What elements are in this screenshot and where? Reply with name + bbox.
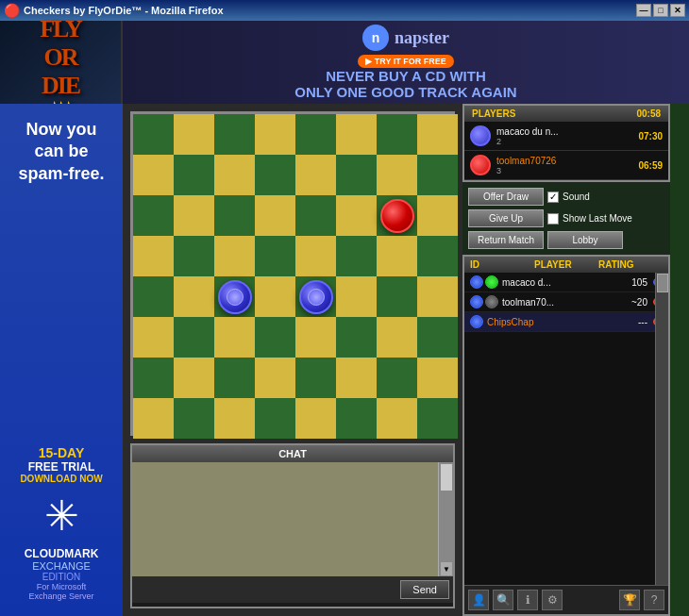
online-header: ID PLAYER RATING	[464, 257, 668, 273]
top-banner: FLY OR DIE ★ ★ ★ n napster ▶ TRY IT FOR …	[0, 21, 689, 104]
scrollbar-thumb[interactable]	[440, 463, 453, 491]
give-up-button[interactable]: Give Up	[468, 209, 544, 227]
players-header: PLAYERS 00:58	[464, 106, 668, 122]
board-cell	[295, 195, 336, 236]
board-cell	[295, 276, 336, 317]
scroll-down-arrow[interactable]: ▼	[440, 561, 453, 576]
snowflake-icon: ✳	[20, 491, 102, 540]
controls-row-3: Return Match Lobby	[468, 231, 664, 249]
board-cell	[377, 155, 417, 195]
icon-help[interactable]: ?	[644, 590, 664, 610]
online-icons-1	[470, 275, 498, 289]
napster-try[interactable]: ▶ TRY IT FOR FREE	[358, 55, 454, 68]
title-bar: 🔴 Checkers by FlyOrDie™ - Mozilla Firefo…	[0, 0, 689, 21]
board-cell	[377, 195, 417, 236]
board-cell	[255, 317, 295, 358]
board-cell	[377, 236, 417, 276]
checkers-board	[130, 111, 455, 436]
board-cell	[174, 317, 214, 358]
scrollbar-thumb-online[interactable]	[657, 274, 668, 292]
board-cell	[377, 358, 417, 398]
icon-person[interactable]: 👤	[468, 590, 489, 610]
icon-trophy[interactable]: 🏆	[619, 590, 640, 610]
board-cell	[133, 236, 174, 276]
online-row-2: toolman70... ~20	[464, 292, 668, 312]
maximize-button[interactable]: □	[653, 4, 668, 17]
chat-scrollbar[interactable]: ▼	[438, 462, 453, 576]
icon-search[interactable]: 🔍	[493, 590, 513, 610]
game-piece	[380, 199, 414, 233]
chat-area: CHAT ▼ Send	[130, 443, 455, 608]
chat-messages: ▼	[132, 462, 453, 576]
icon-green-1	[485, 275, 498, 289]
board-cell	[255, 236, 295, 276]
return-match-button[interactable]: Return Match	[468, 231, 544, 249]
board-cell	[214, 114, 255, 155]
controls-section: Offer Draw ✓ Sound Give Up Show Last Mov…	[462, 182, 670, 255]
board-cell	[255, 195, 295, 236]
show-last-move-checkbox[interactable]	[547, 213, 559, 225]
board-cell	[336, 358, 377, 398]
board-cell	[214, 195, 255, 236]
chat-input-row: Send	[132, 576, 453, 603]
close-button[interactable]: ✕	[670, 4, 685, 17]
board-cell	[295, 236, 336, 276]
board-cell	[174, 155, 214, 195]
board-cell	[417, 236, 458, 276]
board-cell	[133, 358, 174, 398]
icon-gray-2	[485, 295, 498, 308]
offer-draw-button[interactable]: Offer Draw	[468, 188, 544, 206]
board-cell	[133, 195, 174, 236]
board-cell	[214, 317, 255, 358]
online-list: macaco d... 105 toolman70... ~20	[464, 273, 668, 585]
minimize-button[interactable]: —	[636, 4, 651, 17]
controls-row-1: Offer Draw ✓ Sound	[468, 188, 664, 206]
sound-check: ✓ Sound	[547, 191, 590, 203]
chat-content: ▼ Send	[132, 462, 453, 603]
icon-settings[interactable]: ⚙	[542, 590, 563, 610]
board-cell	[417, 317, 458, 358]
lobby-button[interactable]: Lobby	[547, 231, 623, 249]
board-cell	[174, 236, 214, 276]
board-cell	[133, 155, 174, 195]
board-cell	[417, 398, 458, 439]
online-scrollbar[interactable]	[655, 273, 668, 585]
board-cell	[214, 236, 255, 276]
player-row-1: macaco du n... 2 07:30	[464, 122, 668, 151]
board-cell	[214, 155, 255, 195]
board-cell	[133, 317, 174, 358]
online-bottom-icons: 👤 🔍 ℹ ⚙ 🏆 ?	[464, 585, 668, 614]
show-last-move-check: Show Last Move	[547, 213, 632, 225]
board-cell	[336, 276, 377, 317]
players-section: PLAYERS 00:58 macaco du n... 2 07:30	[462, 104, 670, 182]
online-section: ID PLAYER RATING macaco d... 105	[462, 255, 670, 616]
send-button[interactable]: Send	[400, 580, 449, 599]
board-cell	[377, 114, 417, 155]
main-window: FLY OR DIE ★ ★ ★ n napster ▶ TRY IT FOR …	[0, 21, 689, 616]
right-panel: PLAYERS 00:58 macaco du n... 2 07:30	[462, 104, 670, 616]
icon-blue-1	[470, 275, 483, 289]
app-icon: 🔴	[4, 3, 20, 18]
board-cell	[255, 114, 295, 155]
board-cell	[255, 398, 295, 439]
game-piece	[218, 280, 252, 314]
board-cell	[214, 358, 255, 398]
board-cell	[295, 358, 336, 398]
board-cell	[295, 155, 336, 195]
board-cell	[336, 398, 377, 439]
ad-bottom: 15-DAY FREE TRIAL DOWNLOAD NOW ✳ CLOUDMA…	[20, 445, 102, 601]
board-cell	[336, 236, 377, 276]
icon-info[interactable]: ℹ	[517, 590, 538, 610]
board-cell	[417, 276, 458, 317]
board-cell	[174, 398, 214, 439]
board-cell	[377, 317, 417, 358]
banner-logo-area: FLY OR DIE ★ ★ ★	[0, 21, 123, 104]
board-cell	[417, 195, 458, 236]
board-cell	[417, 358, 458, 398]
board-cell	[174, 358, 214, 398]
board-cell	[295, 398, 336, 439]
sound-checkbox[interactable]: ✓	[547, 191, 559, 203]
flyordie-logo: FLY OR DIE ★ ★ ★	[40, 15, 81, 110]
napster-banner: n napster ▶ TRY IT FOR FREE NEVER BUY A …	[123, 21, 689, 104]
game-board-area: CHAT ▼ Send	[123, 104, 462, 616]
